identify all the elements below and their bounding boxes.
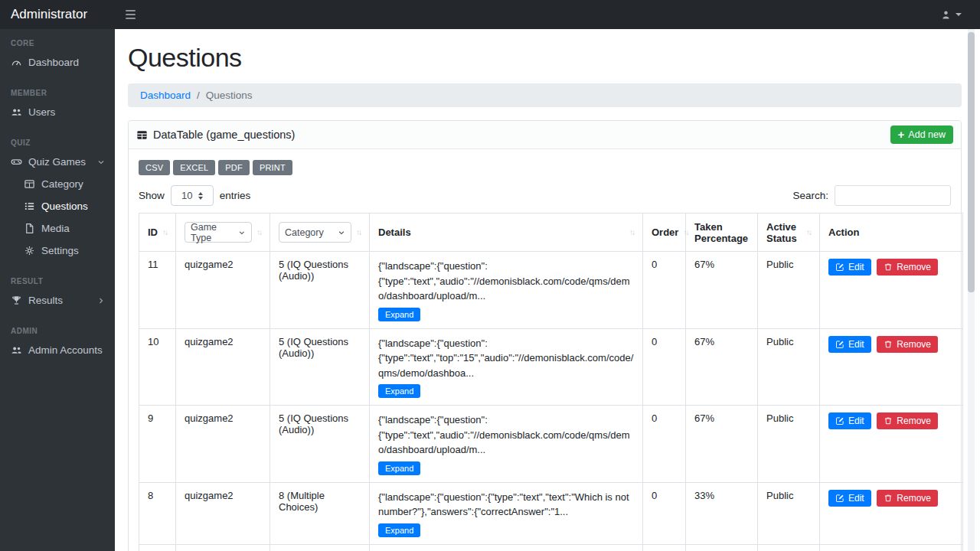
sidebar-item-users[interactable]: Users bbox=[0, 101, 115, 123]
sidebar-item-category[interactable]: Category bbox=[0, 173, 115, 195]
cell-order: 0 bbox=[643, 252, 686, 329]
topbar: Administrator bbox=[0, 0, 980, 29]
cell-order: 0 bbox=[643, 328, 686, 406]
table-row: 9 quizgame2 5 (IQ Questions (Audio)) {"l… bbox=[139, 406, 963, 483]
table-icon bbox=[24, 178, 35, 190]
tachometer-icon bbox=[11, 57, 22, 68]
cell-taken-percentage: 33% bbox=[686, 544, 758, 551]
category-filter-select[interactable]: Category bbox=[279, 222, 351, 243]
cell-active-status: Public bbox=[758, 252, 820, 329]
print-button[interactable]: PRINT bbox=[253, 160, 292, 175]
sidebar-toggle-button[interactable] bbox=[122, 7, 139, 22]
add-new-button[interactable]: + Add new bbox=[890, 126, 953, 144]
cell-id: 7 bbox=[139, 544, 176, 551]
sidebar-item-settings[interactable]: Settings bbox=[0, 240, 115, 262]
plus-icon: + bbox=[898, 131, 905, 139]
sort-icon: ↑↓ bbox=[806, 228, 811, 236]
sort-icon: ↑↓ bbox=[629, 228, 634, 236]
search-input[interactable] bbox=[835, 185, 951, 206]
cell-taken-percentage: 67% bbox=[686, 406, 758, 483]
chevron-down-icon bbox=[96, 158, 106, 167]
sidebar-item-media[interactable]: Media bbox=[0, 217, 115, 240]
expand-button[interactable]: Expand bbox=[378, 461, 420, 475]
remove-button[interactable]: Remove bbox=[877, 490, 938, 507]
trash-icon bbox=[884, 262, 893, 272]
table-row: 11 quizgame2 5 (IQ Questions (Audio)) {"… bbox=[139, 252, 963, 329]
col-details[interactable]: Details ↑↓ bbox=[370, 214, 643, 252]
expand-button[interactable]: Expand bbox=[378, 384, 420, 398]
export-buttons: CSV EXCEL PDF PRINT bbox=[139, 160, 951, 175]
cell-actions: Edit Remove bbox=[820, 406, 963, 483]
app-brand: Administrator bbox=[0, 7, 115, 22]
edit-button[interactable]: Edit bbox=[828, 412, 871, 429]
user-friends-icon bbox=[11, 344, 22, 356]
scrollbar-track[interactable] bbox=[968, 29, 975, 551]
col-id[interactable]: ID ↑↓ bbox=[139, 214, 176, 252]
sort-icon: ↑↓ bbox=[683, 228, 688, 236]
table-row: 10 quizgame2 5 (IQ Questions (Audio)) {"… bbox=[139, 328, 963, 406]
cell-category: 5 (IQ Questions (Audio)) bbox=[270, 252, 370, 329]
table-row: 8 quizgame2 8 (Multiple Choices) {"lands… bbox=[139, 482, 963, 544]
sort-icon: ↑↓ bbox=[256, 228, 261, 236]
sidebar: CORE Dashboard MEMBER Users QUIZ bbox=[0, 29, 115, 551]
chevron-right-icon bbox=[96, 296, 106, 305]
sidebar-item-quiz-games[interactable]: Quiz Games bbox=[0, 151, 115, 173]
trash-icon bbox=[884, 340, 893, 349]
col-active-status[interactable]: Active Status ↑↓ bbox=[758, 214, 820, 252]
remove-button[interactable]: Remove bbox=[877, 259, 938, 276]
user-icon bbox=[940, 9, 952, 21]
trash-icon bbox=[884, 416, 893, 425]
entries-per-page-select[interactable]: 10 bbox=[171, 185, 214, 206]
breadcrumb-current: Questions bbox=[206, 90, 253, 101]
card-title: DataTable (game_questions) bbox=[153, 129, 295, 141]
cell-game-type: quizgame2 bbox=[176, 544, 270, 551]
cell-actions: Edit Remove bbox=[820, 252, 963, 329]
cell-category: 8 (Multiple Choices) bbox=[270, 544, 370, 551]
cell-id: 11 bbox=[139, 252, 176, 329]
cell-game-type: quizgame2 bbox=[176, 406, 270, 483]
trash-icon bbox=[884, 494, 893, 503]
edit-button[interactable]: Edit bbox=[828, 259, 871, 276]
show-label: Show bbox=[139, 190, 165, 201]
cell-game-type: quizgame2 bbox=[176, 328, 270, 406]
excel-button[interactable]: EXCEL bbox=[173, 160, 215, 175]
cell-game-type: quizgame2 bbox=[176, 252, 270, 329]
col-taken-percentage[interactable]: Taken Percentage bbox=[686, 214, 758, 252]
edit-button[interactable]: Edit bbox=[828, 336, 871, 353]
sidebar-item-results[interactable]: Results bbox=[0, 289, 115, 311]
trophy-icon bbox=[11, 295, 22, 306]
cell-order: 0 bbox=[643, 406, 686, 483]
details-json: {"landscape":{"question":{"type":"text",… bbox=[378, 490, 634, 520]
datatable-card: DataTable (game_questions) + Add new CSV… bbox=[128, 120, 962, 551]
sidebar-item-questions[interactable]: Questions bbox=[0, 195, 115, 217]
questions-table: ID ↑↓ Game Type ↑↓ Categor bbox=[139, 213, 963, 551]
cell-active-status: Public bbox=[758, 328, 820, 406]
file-icon bbox=[24, 223, 35, 234]
breadcrumb-link-dashboard[interactable]: Dashboard bbox=[140, 90, 191, 101]
col-action: Action bbox=[820, 214, 963, 252]
scrollbar-thumb[interactable] bbox=[968, 32, 975, 292]
col-order[interactable]: Order ↑↓ bbox=[643, 214, 686, 252]
remove-button[interactable]: Remove bbox=[877, 336, 938, 353]
pencil-square-icon bbox=[835, 416, 844, 425]
user-menu-button[interactable] bbox=[940, 9, 962, 21]
sidebar-item-admin-accounts[interactable]: Admin Accounts bbox=[0, 339, 115, 361]
game-type-filter-select[interactable]: Game Type bbox=[185, 222, 252, 243]
card-header: DataTable (game_questions) + Add new bbox=[129, 121, 961, 149]
cell-id: 9 bbox=[139, 406, 176, 483]
cell-id: 8 bbox=[139, 482, 176, 544]
csv-button[interactable]: CSV bbox=[139, 160, 170, 175]
pencil-square-icon bbox=[835, 494, 844, 503]
cell-order: 0 bbox=[643, 544, 686, 551]
search-group: Search: bbox=[792, 185, 951, 206]
remove-button[interactable]: Remove bbox=[877, 412, 938, 429]
breadcrumb: Dashboard / Questions bbox=[128, 83, 962, 107]
page-title: Questions bbox=[128, 43, 962, 73]
edit-button[interactable]: Edit bbox=[828, 490, 871, 507]
pdf-button[interactable]: PDF bbox=[218, 160, 250, 175]
table-grid-icon bbox=[136, 129, 148, 141]
cell-active-status: Public bbox=[758, 406, 820, 483]
expand-button[interactable]: Expand bbox=[378, 523, 420, 537]
expand-button[interactable]: Expand bbox=[378, 308, 420, 321]
sidebar-item-dashboard[interactable]: Dashboard bbox=[0, 51, 115, 73]
